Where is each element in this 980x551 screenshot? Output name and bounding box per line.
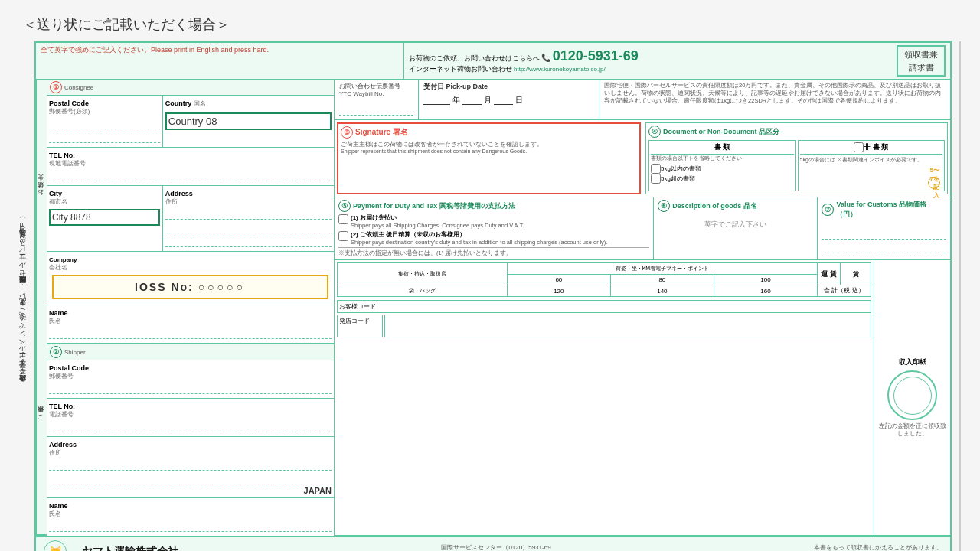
- section2-badge: ②: [50, 346, 62, 358]
- instruction-text: 全て英字で強めにご記入ください。Please print in English …: [36, 43, 404, 79]
- name-field-consignee: Name 氏名: [47, 305, 334, 344]
- tel-field: TEL No. 現地電話番号: [47, 148, 334, 186]
- consignee-section-label: Consignee: [64, 84, 93, 91]
- receipt-box: 領収書兼 請求書: [897, 45, 946, 77]
- description-section: ⑥ Description of goods 品名 英字でご記入下さい: [654, 197, 818, 259]
- address2-field: Address 住所 JAPAN: [47, 437, 334, 498]
- waybill-section: お問い合わせ伝票番号 YTC Waybill No.: [335, 80, 419, 119]
- postal-code-field: Postal Code 郵便番号(必須): [47, 96, 163, 147]
- doc-5kg-checkbox[interactable]: [651, 164, 661, 174]
- customs-value-section: ⑦ Value for Customs 品物価格（円）: [818, 197, 950, 259]
- name2-field: Name 氏名: [47, 498, 334, 536]
- country-value: Country 08: [165, 112, 332, 130]
- shipper-label-vert: ご依頼主: [36, 307, 47, 536]
- ioss-box: IOSS No: ○○○○○: [52, 275, 328, 299]
- cat-logo: 🐱: [44, 540, 67, 551]
- shipper-section-label: Shipper: [64, 349, 86, 356]
- vertical-label: 太線枠内を全て英字でボールペンで強くご記入下さい。国際宅急便・国際パーセルサービ…: [15, 41, 31, 551]
- contact-info: お荷物のご依頼、お問い合わせはこちらへ 📞 0120-5931-69 インターネ…: [409, 48, 639, 74]
- section1-badge: ①: [50, 81, 62, 93]
- postal-code2-field: Postal Code 郵便番号: [47, 360, 334, 399]
- document-section: ④ Document or Non-Document 品区分 書 類 書類の場合…: [645, 122, 948, 194]
- payment2-checkbox[interactable]: [338, 231, 348, 241]
- tel2-field: TEL No. 電話番号: [47, 399, 334, 437]
- payment2-row: (2) ご依頼主 後日精算（未収のお客様用） Shipper pays dest…: [338, 230, 649, 246]
- consignee-label-vert: お届け先: [36, 80, 47, 307]
- store-code: 発店コード: [337, 315, 871, 337]
- country-field: Country 国名 Country 08: [163, 96, 334, 147]
- right-border: [959, 41, 961, 551]
- phone-number: 0120-5931-69: [553, 48, 639, 64]
- payment1-row: (1) お届け先払い Shipper pays all Shipping Cha…: [338, 214, 649, 229]
- footer: 🐱 ヤマト運輸株式会社 国際サービスセンター（0120）5931-69 東京都中…: [36, 536, 950, 551]
- nondoc-checkbox[interactable]: [854, 142, 864, 152]
- city-field: City 都市名 City 8878: [47, 186, 163, 251]
- doc-5kg-over-checkbox[interactable]: [651, 174, 661, 184]
- city-value: City 8878: [49, 209, 160, 226]
- payment-section: ⑤ Payment for Duty and Tax 関税等諸費用の支払方法 (…: [335, 197, 654, 259]
- size-table-section: 集荷・持込・取扱店 荷姿・坐・KM着電子マネー・ポイント 運 賃 賃 60 80…: [335, 260, 874, 535]
- footer-right: 本書をもって領収書にかえることがあります。 運送代一万円未満: [814, 543, 942, 551]
- notice-section: 国際宅便・国際パーセルサービスの責任限度額は20万円です。また、貴金属、その他国…: [599, 80, 950, 119]
- stamp-circle: [887, 370, 937, 420]
- print-instruction: 全て英字で強めにご記入ください。Please print in English …: [41, 46, 269, 54]
- doc-option-area: 書 類 書類の場合以下トを省略してください 5kg以内の書類 5kg超の書類: [648, 140, 796, 191]
- yamato-logo: ヤマト運輸株式会社: [82, 545, 178, 551]
- signature-section: ③ Signature 署名 ご荷主主様はこの荷物には改客者が一存されていないこ…: [337, 122, 641, 194]
- header-title: ＜送り状にご記載いただく場合＞: [23, 17, 230, 32]
- company-ioss-field: Company 会社名 IOSS No: ○○○○○: [47, 252, 334, 305]
- nondoc-option-area: 非 書 類 5kgの場合には ※書類関連インボイスが必要です。 5〜7を記入: [798, 140, 946, 191]
- payment1-checkbox[interactable]: [338, 214, 348, 224]
- page-header: ＜送り状にご記載いただく場合＞: [0, 0, 980, 41]
- customer-code: お客様コード: [337, 300, 871, 313]
- contact-section: お荷物のご依頼、お問い合わせはこちらへ 📞 0120-5931-69 インターネ…: [404, 43, 950, 79]
- footer-center: 国際サービスセンター（0120）5931-69 東京都中央区銀座2丁目16番10…: [441, 543, 550, 551]
- pickup-section: 受付日 Pick-up Date 年 月 日: [419, 80, 599, 119]
- address-field: Address 住所: [163, 186, 334, 251]
- stamp-area: 収入印紙 左記の金額を正に領収致しました。: [874, 260, 950, 535]
